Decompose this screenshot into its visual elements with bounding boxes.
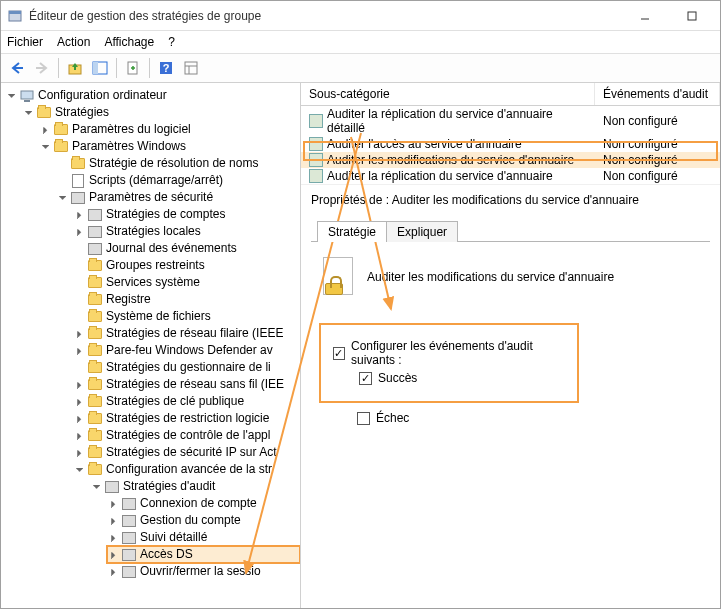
svg-rect-15 bbox=[21, 91, 33, 99]
tree-item-software-restriction[interactable]: Stratégies de restriction logicie bbox=[73, 410, 300, 427]
policy-icon bbox=[309, 153, 323, 167]
tree-item-list-manager[interactable]: Stratégies du gestionnaire de li bbox=[73, 359, 300, 376]
menubar: Fichier Action Affichage ? bbox=[1, 31, 720, 53]
tab-strategy[interactable]: Stratégie bbox=[317, 221, 387, 242]
svg-rect-8 bbox=[93, 62, 98, 74]
checkbox-icon bbox=[333, 347, 345, 360]
right-pane: Sous-catégorie Événements d'audit Audite… bbox=[301, 83, 720, 608]
show-pane-button[interactable] bbox=[88, 56, 112, 80]
tree-item-advanced-audit-config[interactable]: Configuration avancée de la str bbox=[73, 461, 300, 478]
svg-text:?: ? bbox=[163, 62, 170, 74]
tree-item-firewall[interactable]: Pare-feu Windows Defender av bbox=[73, 342, 300, 359]
tree-item-detailed-tracking[interactable]: Suivi détaillé bbox=[107, 529, 300, 546]
tab-strip: Stratégie Expliquer bbox=[301, 215, 720, 242]
checkbox-failure[interactable]: Échec bbox=[357, 411, 702, 425]
tree-item-account-management[interactable]: Gestion du compte bbox=[107, 512, 300, 529]
tree-item-registry[interactable]: Registre bbox=[73, 291, 300, 308]
policy-icon bbox=[309, 137, 323, 151]
properties-heading: Auditer les modifications du service d'a… bbox=[367, 270, 614, 284]
window-title: Éditeur de gestion des stratégies de gro… bbox=[29, 9, 622, 23]
tab-explain[interactable]: Expliquer bbox=[387, 221, 458, 242]
maximize-button[interactable] bbox=[669, 2, 714, 30]
back-button[interactable] bbox=[5, 56, 29, 80]
checkbox-icon bbox=[359, 372, 372, 385]
list-header: Sous-catégorie Événements d'audit bbox=[301, 83, 720, 106]
svg-rect-3 bbox=[688, 12, 696, 20]
tree-item-system-services[interactable]: Services système bbox=[73, 274, 300, 291]
tree-item-policies[interactable]: Stratégies bbox=[22, 104, 300, 121]
minimize-button[interactable] bbox=[622, 2, 667, 30]
checkbox-configure-events[interactable]: Configurer les événements d'audit suivan… bbox=[333, 339, 565, 367]
list-row[interactable]: Auditer la réplication du service d'annu… bbox=[301, 106, 720, 136]
list-row-selected[interactable]: Auditer les modifications du service d'a… bbox=[301, 152, 720, 168]
tree-item-audit-policies[interactable]: Stratégies d'audit bbox=[90, 478, 300, 495]
tree-item-ipsec[interactable]: Stratégies de sécurité IP sur Act bbox=[73, 444, 300, 461]
policy-icon bbox=[309, 169, 323, 183]
tree-item-local-policies[interactable]: Stratégies locales bbox=[73, 223, 300, 240]
column-audit-events[interactable]: Événements d'audit bbox=[595, 83, 720, 105]
svg-rect-16 bbox=[24, 100, 30, 102]
config-box-annotation: Configurer les événements d'audit suivan… bbox=[319, 323, 579, 403]
up-folder-button[interactable] bbox=[63, 56, 87, 80]
tree-item-logon-logoff[interactable]: Ouvrir/fermer la sessio bbox=[107, 563, 300, 580]
help-button[interactable]: ? bbox=[154, 56, 178, 80]
tree-item-software-params[interactable]: Paramètres du logiciel bbox=[39, 121, 300, 138]
menu-view[interactable]: Affichage bbox=[104, 35, 154, 49]
tree-item-computer-config[interactable]: Configuration ordinateur bbox=[5, 87, 300, 104]
properties-title: Propriétés de : Auditer les modification… bbox=[301, 184, 720, 215]
lock-icon bbox=[319, 257, 355, 297]
tree-item-windows-params[interactable]: Paramètres Windows bbox=[39, 138, 300, 155]
list-body: Auditer la réplication du service d'annu… bbox=[301, 106, 720, 184]
checkbox-success[interactable]: Succès bbox=[359, 371, 565, 385]
toolbar: ? bbox=[1, 53, 720, 83]
tree-item-account-policies[interactable]: Stratégies de comptes bbox=[73, 206, 300, 223]
tree-item-ds-access[interactable]: Accès DS bbox=[107, 546, 300, 563]
policy-icon bbox=[309, 114, 323, 128]
tree-item-filesystem[interactable]: Système de fichiers bbox=[73, 308, 300, 325]
tree-item-wireless-network[interactable]: Stratégies de réseau sans fil (IEE bbox=[73, 376, 300, 393]
properties-button[interactable] bbox=[179, 56, 203, 80]
svg-rect-12 bbox=[185, 62, 197, 74]
menu-action[interactable]: Action bbox=[57, 35, 90, 49]
tree-item-app-control[interactable]: Stratégies de contrôle de l'appl bbox=[73, 427, 300, 444]
tree-pane[interactable]: Configuration ordinateur Stratégies Para… bbox=[1, 83, 301, 608]
tree-item-name-resolution[interactable]: Stratégie de résolution de noms bbox=[56, 155, 300, 172]
forward-button[interactable] bbox=[30, 56, 54, 80]
menu-file[interactable]: Fichier bbox=[7, 35, 43, 49]
menu-help[interactable]: ? bbox=[168, 35, 175, 49]
tree-item-wired-network[interactable]: Stratégies de réseau filaire (IEEE bbox=[73, 325, 300, 342]
tree-item-scripts[interactable]: Scripts (démarrage/arrêt) bbox=[56, 172, 300, 189]
app-icon bbox=[7, 8, 23, 24]
tree-item-account-logon[interactable]: Connexion de compte bbox=[107, 495, 300, 512]
list-row[interactable]: Auditer l'accès au service d'annuaireNon… bbox=[301, 136, 720, 152]
titlebar: Éditeur de gestion des stratégies de gro… bbox=[1, 1, 720, 31]
checkbox-icon bbox=[357, 412, 370, 425]
column-subcategory[interactable]: Sous-catégorie bbox=[301, 83, 595, 105]
tree-item-public-key[interactable]: Stratégies de clé publique bbox=[73, 393, 300, 410]
tree-item-security-params[interactable]: Paramètres de sécurité bbox=[56, 189, 300, 206]
export-button[interactable] bbox=[121, 56, 145, 80]
tab-body: Auditer les modifications du service d'a… bbox=[301, 243, 720, 443]
list-row[interactable]: Auditer la réplication du service d'annu… bbox=[301, 168, 720, 184]
tree-item-restricted-groups[interactable]: Groupes restreints bbox=[73, 257, 300, 274]
svg-rect-1 bbox=[9, 11, 21, 14]
tree-item-event-log[interactable]: Journal des événements bbox=[73, 240, 300, 257]
